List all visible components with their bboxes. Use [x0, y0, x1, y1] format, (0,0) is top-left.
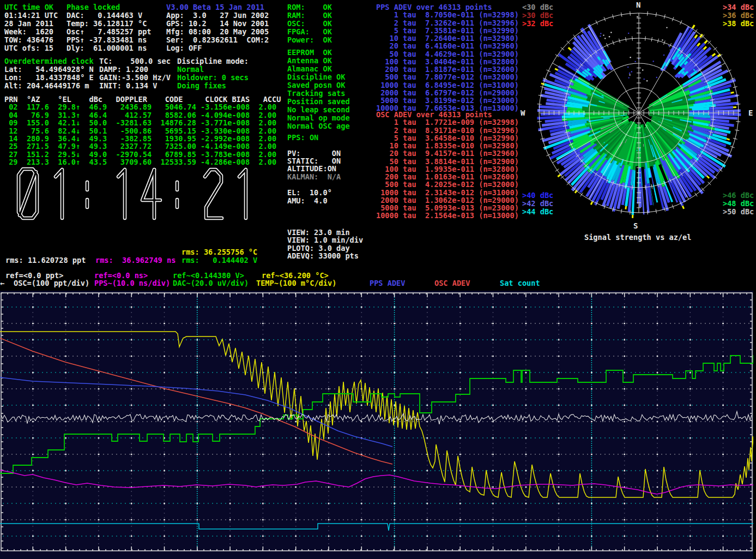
rms-dac-label: rms: 0.144402 V — [182, 257, 257, 265]
legend-osc-adev: OSC ADEV — [434, 280, 470, 288]
label-south: S — [633, 221, 638, 230]
rms-osc-label-line: rms: 11.620728 ppt — [5, 257, 86, 265]
polar-grid — [537, 11, 741, 215]
legend-pps-adev-line: PPS ADEV — [370, 280, 405, 288]
discipline-mode-block: Discipline mode:NormalHoldover: 0 secsDo… — [177, 58, 249, 91]
utc-status-block-line: UTC ofs: 15 — [4, 45, 58, 53]
scale-pps-label-line: PPS~(10.0 ns/div) — [94, 280, 170, 288]
legend-pps-adev: PPS ADEV — [370, 280, 405, 288]
clock-digit-2 — [205, 170, 222, 218]
polar-caption-line: Signal strength vs az/el — [584, 234, 691, 242]
label-west: W — [521, 109, 525, 117]
oscillator-block-line: Dly: 61.000001 ns — [66, 45, 152, 53]
polar-caption: Signal strength vs az/el — [584, 234, 691, 242]
osc-adev-table: OSC ADEV over 46313 points 1 tau 1.7721e… — [376, 111, 519, 220]
utc-status-block: UTC time OK01:14:21 UTC28 Jan 2011Week: … — [4, 4, 58, 53]
trace-DAC — [0, 356, 756, 473]
fix-mode-block: PV: ONSTATIC: ONALTITUDE:ONKALMAN: N/A — [287, 150, 341, 181]
trace-OSC — [1, 411, 752, 424]
legend-sat-count-line: Sat count — [500, 280, 540, 288]
label-north: N — [636, 1, 640, 9]
legend-osc-adev-line: OSC ADEV — [434, 280, 470, 288]
version-block: V3.00 Beta 15 Jan 2011App: 3.0 27 Jun 20… — [166, 4, 269, 53]
scale-temp-label: TEMP~(100 m°C/div) — [256, 280, 336, 288]
pps-adev-table: PPS ADEV over 46313 points 1 tau 8.7050e… — [376, 4, 519, 113]
mask-block: EL: 10.0°AMU: 4.0 — [287, 189, 332, 206]
hardware-status-block: ROM: OKRAM: OKOSC: OKFPGA: OKPower: OK — [287, 4, 332, 45]
scroll-arrow-icon-line: ← — [0, 280, 4, 288]
discipline-mode-block-line: Doing fixes — [177, 82, 249, 91]
clock-digit-4 — [142, 170, 160, 218]
receiver-mode-block: Overdetermined clockLat: 54.4964928° NLo… — [4, 58, 94, 91]
scroll-arrow-icon: ← — [0, 280, 4, 288]
rms-dac-label-line: rms: 0.144402 V — [182, 257, 257, 265]
scale-dac-label-line: DAC~(20.0 uV/div) — [173, 280, 249, 288]
oscillator-block: Phase lockedDAC: 0.144463 VTemp: 36.1281… — [66, 4, 152, 53]
view-block-line: ADEVQ: 33000 pts — [287, 253, 363, 260]
rms-pps-label-line: rms: 36.962749 ns — [95, 257, 176, 265]
scale-temp-label-line: TEMP~(100 m°C/div) — [256, 280, 336, 288]
clock-digit-0 — [19, 169, 37, 218]
mask-block-line: AMU: 4.0 — [287, 197, 332, 206]
loop-params-block-line: INIT: 0.134 V — [99, 82, 171, 91]
lady-heather-screen: UTC time OK01:14:21 UTC28 Jan 2011Week: … — [0, 0, 756, 559]
label-east: E — [748, 109, 753, 117]
loop-params-block: TC: 500.0 secDAMP: 1.200GAIN:-3.500 Hz/V… — [99, 58, 171, 91]
scale-osc-label-line: OSC=(100 ppt/div) — [14, 280, 89, 288]
fix-mode-block-line: KALMAN: N/A — [287, 173, 341, 181]
scale-osc-label: OSC=(100 ppt/div) — [14, 280, 89, 288]
plot-right-gutter — [753, 291, 756, 559]
clock-digit-1 — [56, 170, 62, 218]
rms-osc-label: rms: 11.620728 ppt — [5, 257, 86, 265]
pps-state-block-line: PPS: ON — [287, 134, 318, 142]
plot-area — [0, 291, 756, 559]
hardware-status-block-line: Power: OK — [287, 37, 332, 45]
clock-digit-1 — [239, 170, 246, 218]
legend-sat-count: Sat count — [500, 280, 540, 288]
trace-PPS — [0, 470, 756, 494]
view-block: VIEW: 23.0 minVIEW: 1.0 min/divPLOTQ: 3.… — [287, 229, 363, 261]
trace-SAT-COUNT — [0, 524, 756, 531]
history-plot — [0, 291, 756, 559]
satellite-table: PRN °AZ °EL dBc DOPPLER CODE CLOCK BIAS … — [4, 96, 281, 167]
receiver-mode-block-line: Alt: 204.46449176 m — [4, 82, 94, 91]
digital-clock — [15, 165, 255, 220]
satellite-signal-polar-plot: NSWE — [518, 0, 756, 231]
version-block-line: Log: OFF — [166, 45, 269, 53]
clock-digit-1 — [118, 170, 125, 218]
pps-state-block: PPS: ON — [287, 134, 318, 142]
osc-adev-table-line: 10000 tau 2.1564e-013 (n=13000) — [376, 212, 519, 220]
plot-grid — [3, 294, 749, 551]
trace-OSC-ADEV — [0, 338, 392, 464]
scale-pps-label: PPS~(10.0 ns/div) — [94, 280, 170, 288]
scale-dac-label: DAC~(20.0 uV/div) — [173, 280, 249, 288]
rms-pps-label: rms: 36.962749 ns — [95, 257, 176, 265]
gps-health-block-line: Normal OSC age — [287, 123, 350, 131]
gps-health-block: EEPROM OKAntenna OKAlmanac OKDiscipline … — [287, 49, 350, 131]
